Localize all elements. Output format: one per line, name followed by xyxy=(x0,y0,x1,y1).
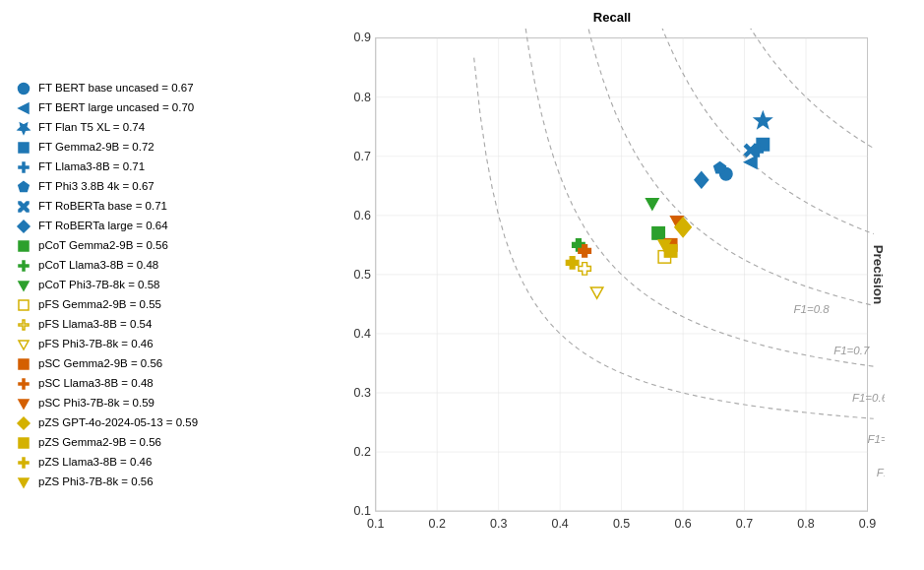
svg-marker-2 xyxy=(18,123,29,134)
legend-icon xyxy=(15,218,32,235)
svg-text:0.7: 0.7 xyxy=(736,517,753,531)
legend-item: FT Llama3-8B = 0.71 xyxy=(15,158,325,176)
legend-item: pSC Phi3-7B-8k = 0.59 xyxy=(15,395,325,412)
legend-label: pCoT Gemma2-9B = 0.56 xyxy=(38,237,168,253)
legend-label: pFS Gemma2-9B = 0.55 xyxy=(38,296,161,312)
svg-text:0.3: 0.3 xyxy=(354,386,371,400)
svg-marker-5 xyxy=(18,221,30,232)
svg-rect-8 xyxy=(19,300,29,310)
legend-icon xyxy=(15,414,32,432)
svg-text:0.2: 0.2 xyxy=(429,517,446,531)
svg-text:F1=0.8: F1=0.8 xyxy=(794,303,831,315)
legend-icon xyxy=(15,277,32,294)
legend-item: FT BERT base uncased = 0.67 xyxy=(15,80,325,97)
legend-item: pZS Phi3-7B-8k = 0.56 xyxy=(15,474,325,491)
legend-icon xyxy=(15,158,32,176)
legend-icon xyxy=(15,474,32,491)
svg-text:Precision: Precision xyxy=(871,245,885,305)
legend-icon xyxy=(15,355,32,373)
svg-text:F1=0.6: F1=0.6 xyxy=(852,392,885,404)
legend-item: FT Phi3 3.8B 4k = 0.67 xyxy=(15,178,325,196)
legend-label: pZS GPT-4o-2024-05-13 = 0.59 xyxy=(38,414,198,430)
legend-label: pZS Gemma2-9B = 0.56 xyxy=(38,434,161,450)
legend-label: FT Phi3 3.8B 4k = 0.67 xyxy=(38,178,154,194)
legend-label: FT BERT base uncased = 0.67 xyxy=(38,80,194,95)
svg-point-0 xyxy=(19,83,30,94)
legend-label: pZS Llama3-8B = 0.46 xyxy=(38,454,152,470)
legend-item: FT BERT large uncased = 0.70 xyxy=(15,99,325,117)
svg-text:0.6: 0.6 xyxy=(674,517,691,531)
legend-icon xyxy=(15,296,32,314)
legend-label: FT RoBERTa large = 0.64 xyxy=(38,218,168,233)
legend-label: pSC Gemma2-9B = 0.56 xyxy=(38,355,162,371)
legend-item: pSC Gemma2-9B = 0.56 xyxy=(15,355,325,373)
svg-rect-3 xyxy=(19,143,29,153)
chart-area: Recall 0.10.10.20.20.30.30.40.40.50.50.6… xyxy=(335,0,924,570)
legend-item: pFS Phi3-7B-8k = 0.46 xyxy=(15,336,325,353)
legend-item: pCoT Llama3-8B = 0.48 xyxy=(15,257,325,275)
svg-text:0.2: 0.2 xyxy=(354,445,371,459)
legend-icon xyxy=(15,237,32,255)
legend-label: FT Flan T5 XL = 0.74 xyxy=(38,119,145,135)
legend-item: pZS Llama3-8B = 0.46 xyxy=(15,454,325,472)
legend-item: pFS Gemma2-9B = 0.55 xyxy=(15,296,325,314)
svg-marker-1 xyxy=(19,103,29,113)
legend-item: pZS GPT-4o-2024-05-13 = 0.59 xyxy=(15,414,325,432)
svg-text:0.8: 0.8 xyxy=(354,91,371,104)
svg-text:F1=0.7: F1=0.7 xyxy=(833,345,870,356)
legend-label: FT Llama3-8B = 0.71 xyxy=(38,158,145,174)
legend-icon xyxy=(15,336,32,353)
svg-marker-7 xyxy=(19,282,29,290)
svg-marker-9 xyxy=(19,341,29,349)
legend-item: FT Flan T5 XL = 0.74 xyxy=(15,119,325,137)
svg-rect-10 xyxy=(19,359,29,369)
svg-text:F1=0.4: F1=0.4 xyxy=(877,467,885,478)
svg-text:0.5: 0.5 xyxy=(613,517,630,531)
legend-label: pCoT Phi3-7B-8k = 0.58 xyxy=(38,277,160,292)
legend-label: pSC Phi3-7B-8k = 0.59 xyxy=(38,395,154,411)
legend-label: pFS Phi3-7B-8k = 0.46 xyxy=(38,336,154,351)
legend-label: FT Gemma2-9B = 0.72 xyxy=(38,139,154,155)
svg-text:0.5: 0.5 xyxy=(354,268,371,282)
svg-text:0.8: 0.8 xyxy=(797,517,814,531)
svg-text:0.9: 0.9 xyxy=(354,31,371,44)
legend-item: FT RoBERTa large = 0.64 xyxy=(15,218,325,235)
legend-item: FT RoBERTa base = 0.71 xyxy=(15,198,325,216)
legend-label: FT BERT large uncased = 0.70 xyxy=(38,99,194,115)
legend-icon xyxy=(15,99,32,117)
svg-marker-4 xyxy=(19,181,29,191)
svg-rect-64 xyxy=(652,227,664,239)
legend-icon xyxy=(15,434,32,452)
svg-marker-12 xyxy=(18,417,30,429)
svg-text:0.9: 0.9 xyxy=(859,517,876,531)
legend-icon xyxy=(15,178,32,196)
legend-item: pZS Gemma2-9B = 0.56 xyxy=(15,434,325,452)
svg-text:0.6: 0.6 xyxy=(354,209,371,222)
legend-label: pCoT Llama3-8B = 0.48 xyxy=(38,257,158,273)
legend-item: pSC Llama3-8B = 0.48 xyxy=(15,375,325,393)
svg-text:0.1: 0.1 xyxy=(354,504,371,518)
legend-label: pFS Llama3-8B = 0.54 xyxy=(38,316,152,332)
svg-text:F1=0.5: F1=0.5 xyxy=(868,433,886,445)
legend-item: pCoT Phi3-7B-8k = 0.58 xyxy=(15,277,325,294)
svg-text:0.7: 0.7 xyxy=(354,150,371,163)
legend-icon xyxy=(15,198,32,216)
legend: FT BERT base uncased = 0.67FT BERT large… xyxy=(0,0,335,570)
legend-icon xyxy=(15,375,32,393)
legend-label: pSC Llama3-8B = 0.48 xyxy=(38,375,154,391)
legend-icon xyxy=(15,316,32,334)
svg-rect-13 xyxy=(19,438,29,448)
svg-marker-14 xyxy=(19,478,29,487)
chart-title: Recall xyxy=(339,10,885,25)
scatter-plot: 0.10.10.20.20.30.30.40.40.50.50.60.60.70… xyxy=(339,29,885,539)
svg-text:0.4: 0.4 xyxy=(354,327,371,341)
chart-container: 0.10.10.20.20.30.30.40.40.50.50.60.60.70… xyxy=(339,29,885,539)
legend-item: pFS Llama3-8B = 0.54 xyxy=(15,316,325,334)
svg-text:0.1: 0.1 xyxy=(367,517,384,531)
svg-marker-11 xyxy=(19,400,29,409)
legend-item: pCoT Gemma2-9B = 0.56 xyxy=(15,237,325,255)
legend-icon xyxy=(15,80,32,97)
legend-label: pZS Phi3-7B-8k = 0.56 xyxy=(38,474,154,489)
legend-label: FT RoBERTa base = 0.71 xyxy=(38,198,167,214)
svg-rect-6 xyxy=(19,241,29,251)
